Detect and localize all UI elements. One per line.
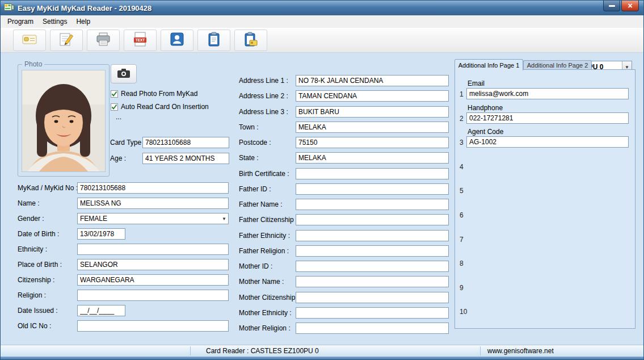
minimize-button[interactable] bbox=[603, 1, 620, 11]
tab-additional-info-1[interactable]: Additional Info Page 1 bbox=[454, 59, 523, 70]
mother-religion-input[interactable] bbox=[296, 323, 449, 334]
field-label: Mother Religion : bbox=[239, 324, 291, 332]
place-of-birth-input[interactable] bbox=[77, 259, 229, 270]
status-divider bbox=[480, 346, 481, 355]
read-card-button[interactable] bbox=[13, 30, 46, 51]
field-label: Address Line 1 : bbox=[239, 77, 288, 85]
menu-item-help[interactable]: Help bbox=[71, 16, 95, 27]
camera-icon bbox=[117, 68, 130, 80]
field-label: Address Line 2 : bbox=[239, 92, 288, 100]
row-number: 1 bbox=[460, 90, 464, 98]
card-type-label: Card Type : bbox=[110, 139, 145, 146]
handphone-input[interactable] bbox=[466, 112, 629, 124]
date-issued-input[interactable] bbox=[77, 305, 125, 316]
name-input[interactable] bbox=[77, 198, 229, 209]
save-record-button[interactable] bbox=[161, 30, 193, 51]
birth-certificate-input[interactable] bbox=[296, 168, 449, 179]
export-text-button[interactable]: TEXT bbox=[124, 30, 157, 51]
capture-photo-button[interactable] bbox=[111, 64, 137, 83]
mother-id-input[interactable] bbox=[296, 261, 449, 272]
town-input[interactable] bbox=[296, 122, 449, 133]
address-line-1-input[interactable] bbox=[296, 75, 449, 86]
address-line-3-input[interactable] bbox=[296, 106, 449, 118]
field-label: Father ID : bbox=[239, 185, 271, 193]
date-of-birth-input[interactable] bbox=[77, 228, 125, 240]
postcode-input[interactable] bbox=[296, 137, 449, 148]
field-label: Mother Ethnicity : bbox=[239, 309, 292, 317]
email-input[interactable] bbox=[466, 88, 629, 99]
father-citizenship-input[interactable] bbox=[296, 214, 449, 225]
app-icon bbox=[4, 2, 14, 14]
religion-input[interactable] bbox=[77, 290, 229, 301]
menu-item-program[interactable]: Program bbox=[3, 16, 38, 27]
field-label: Father Religion : bbox=[239, 247, 289, 255]
age-label: Age : bbox=[110, 154, 126, 162]
state-input[interactable] bbox=[296, 152, 449, 164]
close-button[interactable]: × bbox=[621, 1, 639, 11]
menubar: Program Settings Help bbox=[1, 15, 643, 28]
field-label: Gender : bbox=[18, 215, 44, 223]
window-title: Easy MyKid MyKad Reader - 20190428 bbox=[18, 4, 151, 12]
mother-ethnicity-input[interactable] bbox=[296, 307, 449, 319]
additional-info-panel: 1Email2Handphone3Agent Code45678910 bbox=[454, 69, 635, 329]
field-label: Place of Birth : bbox=[18, 261, 62, 269]
checkbox-label: Read Photo From MyKad bbox=[121, 90, 197, 98]
mykad-mykid-no-input[interactable] bbox=[77, 182, 229, 194]
toolbar: TEXT CASTLES EZ100PU 0 ▼ bbox=[1, 28, 643, 53]
clipboard-card-button[interactable] bbox=[234, 30, 267, 51]
mother-citizenship-input[interactable] bbox=[296, 292, 449, 303]
field-label: Religion : bbox=[18, 291, 46, 299]
field-label: Handphone bbox=[468, 104, 503, 112]
status-divider bbox=[190, 346, 191, 355]
note-edit-icon bbox=[58, 31, 75, 50]
checkbox-auto-read[interactable]: Auto Read Card On Insertion bbox=[111, 103, 209, 111]
checkbox-checked-icon bbox=[111, 103, 118, 111]
status-website-text: www.genisoftware.net bbox=[487, 347, 554, 355]
address-line-2-input[interactable] bbox=[296, 90, 449, 102]
checkbox-read-photo[interactable]: Read Photo From MyKad bbox=[111, 90, 197, 98]
ethnicity-input[interactable] bbox=[77, 244, 229, 255]
status-reader-text: Card Reader : CASTLES EZ100PU 0 bbox=[206, 347, 319, 355]
field-label: Address Line 3 : bbox=[239, 108, 288, 116]
print-button[interactable] bbox=[87, 30, 120, 51]
field-label: State : bbox=[239, 154, 259, 162]
row-number: 10 bbox=[460, 308, 467, 316]
minimize-icon bbox=[609, 5, 615, 7]
age-input[interactable] bbox=[142, 153, 229, 164]
field-label: Name : bbox=[18, 199, 40, 207]
agent-code-input[interactable] bbox=[466, 136, 629, 148]
row-number: 9 bbox=[460, 284, 464, 292]
close-icon: × bbox=[628, 1, 632, 10]
field-label: Father Name : bbox=[239, 200, 283, 208]
app-window: Easy MyKid MyKad Reader - 20190428 × Pro… bbox=[0, 0, 644, 360]
field-label: Date Issued : bbox=[18, 307, 58, 315]
statusbar: Card Reader : CASTLES EZ100PU 0 www.geni… bbox=[1, 345, 643, 357]
row-number: 4 bbox=[460, 163, 464, 171]
field-label: Mother Citizenship : bbox=[239, 294, 299, 302]
clipboard-button[interactable] bbox=[197, 30, 230, 51]
menu-item-settings[interactable]: Settings bbox=[38, 16, 71, 27]
photo-portrait bbox=[22, 70, 106, 172]
checkbox-checked-icon bbox=[111, 90, 118, 98]
row-number: 6 bbox=[460, 211, 464, 219]
tab-additional-info-2[interactable]: Additional Info Page 2 bbox=[523, 60, 592, 69]
gender-select[interactable]: FEMALE▼ bbox=[77, 213, 229, 224]
clipboard-icon bbox=[205, 31, 222, 50]
mother-name-input[interactable] bbox=[296, 276, 449, 287]
edit-notes-button[interactable] bbox=[50, 30, 83, 51]
field-label: Town : bbox=[239, 123, 259, 131]
row-number: 3 bbox=[460, 139, 464, 146]
father-name-input[interactable] bbox=[296, 199, 449, 210]
father-id-input[interactable] bbox=[296, 183, 449, 195]
old-ic-no-input[interactable] bbox=[77, 320, 229, 332]
checkbox-label: Auto Read Card On Insertion bbox=[121, 103, 209, 111]
citizenship-input[interactable] bbox=[77, 274, 229, 286]
smartcard-icon bbox=[21, 31, 38, 50]
father-ethnicity-input[interactable] bbox=[296, 230, 449, 241]
combo-value: FEMALE bbox=[80, 215, 107, 223]
father-religion-input[interactable] bbox=[296, 245, 449, 257]
card-type-input[interactable] bbox=[142, 137, 229, 148]
printer-icon bbox=[95, 31, 112, 50]
row-number: 7 bbox=[460, 236, 464, 244]
field-label: Father Citizenship : bbox=[239, 216, 297, 224]
